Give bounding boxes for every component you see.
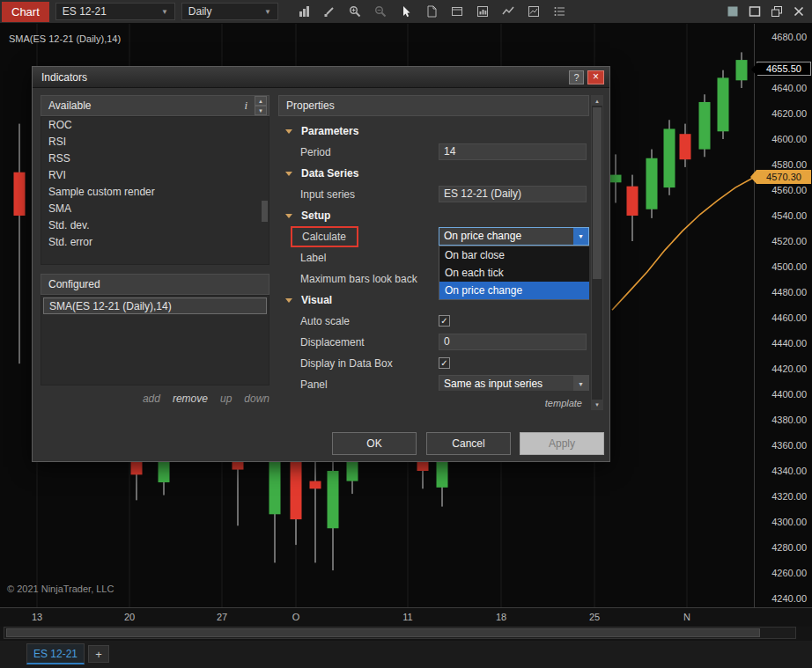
dropdown-option-on-each-tick[interactable]: On each tick bbox=[439, 264, 589, 282]
price-axis-label: 4420.00 bbox=[771, 363, 807, 374]
available-header: Available i ▲ ▼ bbox=[41, 95, 269, 116]
input-series-label: Input series bbox=[300, 188, 355, 201]
interval-select[interactable]: Daily ▼ bbox=[181, 3, 278, 20]
instrument-select-value: ES 12-21 bbox=[63, 5, 107, 18]
properties-scrollbar-thumb[interactable] bbox=[593, 107, 602, 279]
price-axis-label: 4300.00 bbox=[771, 517, 807, 527]
price-axis-label: 4560.00 bbox=[771, 185, 807, 195]
move-down-link[interactable]: down bbox=[244, 393, 269, 405]
available-item-rsi[interactable]: RSI bbox=[41, 134, 269, 150]
instrument-select[interactable]: ES 12-21 ▼ bbox=[55, 3, 175, 20]
price-axis-label: 4320.00 bbox=[771, 491, 807, 502]
available-item-rss[interactable]: RSS bbox=[41, 150, 269, 167]
template-link[interactable]: template bbox=[278, 398, 589, 408]
ok-button[interactable]: OK bbox=[332, 432, 417, 455]
time-axis-label: 25 bbox=[589, 612, 600, 622]
calculate-dropdown[interactable]: On price change▼ bbox=[439, 227, 589, 246]
panel-dropdown[interactable]: Same as input series▼ bbox=[439, 375, 589, 391]
chevron-down-icon[interactable]: ▼ bbox=[573, 376, 588, 391]
available-item-roc[interactable]: ROC bbox=[41, 117, 269, 134]
property-row-period: Period14 bbox=[278, 142, 589, 163]
move-up-link[interactable]: up bbox=[220, 393, 232, 405]
available-list[interactable]: ROCRSIRSSRVISample custom renderSMAStd. … bbox=[41, 116, 269, 265]
price-axis-label: 4540.00 bbox=[771, 210, 807, 221]
price-axis-label: 4500.00 bbox=[771, 261, 807, 272]
configured-item[interactable]: SMA(ES 12-21 (Daily),14) bbox=[43, 297, 267, 314]
displacement-input[interactable]: 0 bbox=[439, 334, 587, 350]
period-label: Period bbox=[300, 146, 331, 158]
available-item-rvi[interactable]: RVI bbox=[41, 167, 269, 184]
available-item-std-dev[interactable]: Std. dev. bbox=[41, 217, 269, 234]
cursor-icon[interactable] bbox=[396, 3, 416, 20]
zigzag-line-icon[interactable] bbox=[498, 3, 518, 20]
horizontal-scrollbar[interactable] bbox=[4, 627, 796, 639]
scroll-down-icon[interactable]: ▼ bbox=[255, 106, 267, 115]
time-axis-label: 11 bbox=[402, 612, 412, 622]
available-scrollbar-thumb[interactable] bbox=[262, 201, 268, 222]
maximize-icon[interactable] bbox=[749, 5, 761, 18]
configured-list[interactable]: SMA(ES 12-21 (Daily),14) bbox=[41, 295, 269, 385]
scroll-up-icon[interactable]: ▲ bbox=[592, 96, 602, 106]
available-scroll-buttons: ▲ ▼ bbox=[255, 96, 267, 115]
maximum-bars-look-back-label: Maximum bars look back bbox=[300, 273, 417, 285]
instrument-link-icon[interactable] bbox=[727, 5, 739, 18]
apply-button[interactable]: Apply bbox=[520, 432, 604, 455]
dialog-titlebar[interactable]: Indicators ? × bbox=[33, 67, 609, 88]
window-titlebar[interactable]: Chart ES 12-21 ▼ Daily ▼ bbox=[0, 0, 812, 24]
restore-icon[interactable] bbox=[771, 5, 783, 18]
indicator-box-icon[interactable] bbox=[524, 3, 543, 20]
price-axis[interactable]: 4655.50 4570.30 4680.004640.004620.00460… bbox=[754, 24, 812, 607]
collapse-arrow-icon bbox=[285, 214, 292, 218]
scroll-down-icon[interactable]: ▼ bbox=[592, 400, 602, 409]
auto-scale-checkbox[interactable]: ✓ bbox=[439, 315, 450, 327]
time-axis-label: 27 bbox=[217, 612, 227, 622]
dialog-close-button[interactable]: × bbox=[587, 70, 604, 84]
chevron-down-icon: ▼ bbox=[161, 8, 168, 16]
close-icon[interactable] bbox=[793, 5, 805, 18]
price-axis-label: 4520.00 bbox=[771, 236, 807, 246]
available-item-sample-custom-render[interactable]: Sample custom render bbox=[41, 184, 269, 201]
input-series-input[interactable]: ES 12-21 (Daily) bbox=[439, 186, 587, 202]
chevron-down-icon[interactable]: ▼ bbox=[573, 228, 588, 245]
display-in-data-box-label: Display in Data Box bbox=[300, 357, 393, 370]
section-setup[interactable]: Setup bbox=[278, 205, 589, 226]
section-parameters[interactable]: Parameters bbox=[278, 121, 589, 142]
remove-link[interactable]: remove bbox=[173, 393, 208, 405]
period-input[interactable]: 14 bbox=[439, 143, 587, 160]
info-icon[interactable]: i bbox=[244, 99, 247, 113]
sma-price-badge: 4570.30 bbox=[757, 170, 811, 184]
tab-es-12-21[interactable]: ES 12-21 bbox=[26, 643, 85, 664]
window-panel-icon[interactable] bbox=[447, 3, 467, 20]
dropdown-option-on-price-change[interactable]: On price change bbox=[439, 282, 589, 299]
window-controls bbox=[727, 5, 805, 18]
bar-chart-icon[interactable] bbox=[294, 3, 314, 20]
list-view-icon[interactable] bbox=[550, 3, 569, 20]
property-row-calculate: CalculateOn price change▼On bar closeOn … bbox=[278, 226, 589, 247]
price-axis-label: 4440.00 bbox=[771, 338, 807, 349]
property-row-auto-scale: Auto scale✓ bbox=[278, 311, 589, 332]
zoom-out-icon[interactable] bbox=[371, 3, 390, 20]
zoom-in-icon[interactable] bbox=[345, 3, 365, 20]
help-button[interactable]: ? bbox=[569, 70, 584, 84]
time-axis-label: 18 bbox=[496, 612, 506, 622]
scrollbar-thumb[interactable] bbox=[6, 628, 760, 637]
display-in-data-box-checkbox[interactable]: ✓ bbox=[439, 357, 450, 369]
document-icon[interactable] bbox=[422, 3, 441, 20]
list-actions: addremoveupdown bbox=[41, 393, 269, 405]
time-axis[interactable]: 132027O111825N bbox=[0, 607, 812, 627]
price-axis-label: 4260.00 bbox=[771, 568, 807, 578]
add-link[interactable]: add bbox=[143, 393, 160, 405]
dropdown-option-on-bar-close[interactable]: On bar close bbox=[439, 246, 589, 264]
scroll-up-icon[interactable]: ▲ bbox=[255, 96, 267, 106]
interval-select-value: Daily bbox=[188, 5, 212, 18]
available-item-sma[interactable]: SMA bbox=[41, 201, 269, 217]
add-tab-button[interactable]: + bbox=[88, 645, 109, 663]
properties-scrollbar[interactable]: ▲ ▼ bbox=[591, 95, 603, 410]
cancel-button[interactable]: Cancel bbox=[426, 432, 511, 455]
chart-window-icon[interactable] bbox=[473, 3, 492, 20]
property-row-displacement: Displacement0 bbox=[278, 332, 589, 353]
price-axis-label: 4480.00 bbox=[771, 287, 807, 297]
available-item-std-error[interactable]: Std. error bbox=[41, 234, 269, 251]
section-data-series[interactable]: Data Series bbox=[278, 163, 589, 184]
pencil-draw-icon[interactable] bbox=[320, 3, 339, 20]
